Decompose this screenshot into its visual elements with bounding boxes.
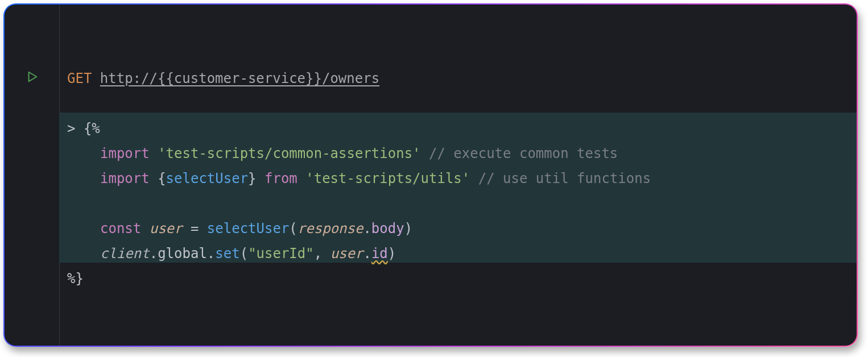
- gutter: [5, 5, 60, 346]
- code-line-set: client.global.set("userId", user.id): [67, 241, 852, 266]
- http-url[interactable]: http://{{customer-service}}/owners: [100, 70, 379, 86]
- code-line-import-1: import 'test-scripts/common-assertions' …: [67, 141, 852, 166]
- script-close: %}: [67, 266, 852, 291]
- warn-id-prop: id: [371, 246, 388, 261]
- code-line-import-2: import {selectUser} from 'test-scripts/u…: [67, 166, 852, 191]
- run-icon[interactable]: [26, 70, 39, 83]
- code-editor[interactable]: GET http://{{customer-service}}/owners >…: [59, 5, 857, 346]
- request-line: GET http://{{customer-service}}/owners: [67, 66, 852, 91]
- script-open: > {%: [67, 116, 852, 141]
- http-method: GET: [67, 70, 92, 86]
- code-line-const: const user = selectUser(response.body): [67, 216, 852, 241]
- editor-panel: GET http://{{customer-service}}/owners >…: [5, 5, 857, 346]
- editor-frame: GET http://{{customer-service}}/owners >…: [3, 3, 858, 347]
- svg-marker-0: [29, 72, 37, 82]
